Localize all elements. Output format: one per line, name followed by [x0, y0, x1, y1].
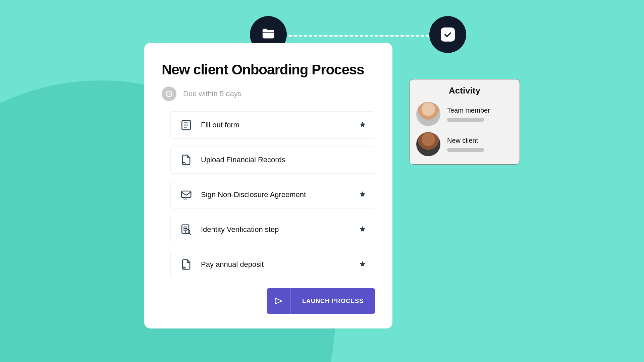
due-label: Due within 5 days: [183, 89, 241, 98]
folder-icon: [261, 26, 276, 43]
clock-icon: [162, 86, 176, 101]
launch-process-button[interactable]: LAUNCH PROCESS: [267, 288, 375, 314]
svg-rect-6: [181, 191, 191, 197]
avatar: [416, 132, 440, 156]
star-icon[interactable]: [359, 260, 366, 268]
activity-name: New client: [447, 137, 484, 144]
task-list: Fill out form Upload Financial Records S…: [162, 111, 375, 278]
star-icon[interactable]: [359, 191, 366, 199]
activity-panel: Activity Team member New client: [409, 79, 520, 165]
task-item[interactable]: Sign Non-Disclosure Agreement: [170, 181, 375, 208]
star-icon[interactable]: [359, 121, 366, 129]
task-label: Pay annual deposit: [201, 260, 351, 269]
due-row: Due within 5 days: [162, 86, 375, 101]
task-item[interactable]: Fill out form: [170, 111, 375, 139]
task-label: Sign Non-Disclosure Agreement: [201, 190, 351, 199]
activity-item[interactable]: Team member: [416, 102, 513, 126]
task-item[interactable]: Pay annual deposit: [170, 251, 375, 278]
upload-icon: [179, 153, 193, 167]
task-label: Identity Verification step: [201, 225, 351, 234]
flow-connector: [283, 35, 434, 37]
verify-icon: [179, 223, 193, 236]
process-card: New client Onboarding Process Due within…: [144, 43, 392, 328]
activity-item[interactable]: New client: [416, 132, 513, 156]
check-icon: [441, 27, 455, 42]
task-label: Upload Financial Records: [201, 156, 366, 164]
task-label: Fill out form: [201, 121, 351, 129]
activity-title: Activity: [416, 85, 513, 96]
process-title: New client Onboarding Process: [162, 62, 375, 78]
star-icon[interactable]: [359, 226, 366, 234]
canvas: New client Onboarding Process Due within…: [0, 0, 644, 362]
send-icon: [267, 288, 291, 314]
flow-node-check: [429, 16, 466, 53]
task-item[interactable]: Identity Verification step: [170, 216, 375, 243]
svg-line-12: [190, 233, 191, 235]
activity-name: Team member: [447, 107, 490, 114]
avatar: [416, 102, 440, 126]
placeholder-bar: [447, 148, 484, 152]
file-icon: [179, 258, 193, 271]
placeholder-bar: [447, 118, 484, 122]
sign-icon: [179, 188, 193, 201]
launch-label: LAUNCH PROCESS: [291, 298, 375, 305]
task-item[interactable]: Upload Financial Records: [170, 146, 375, 174]
form-icon: [179, 118, 193, 132]
